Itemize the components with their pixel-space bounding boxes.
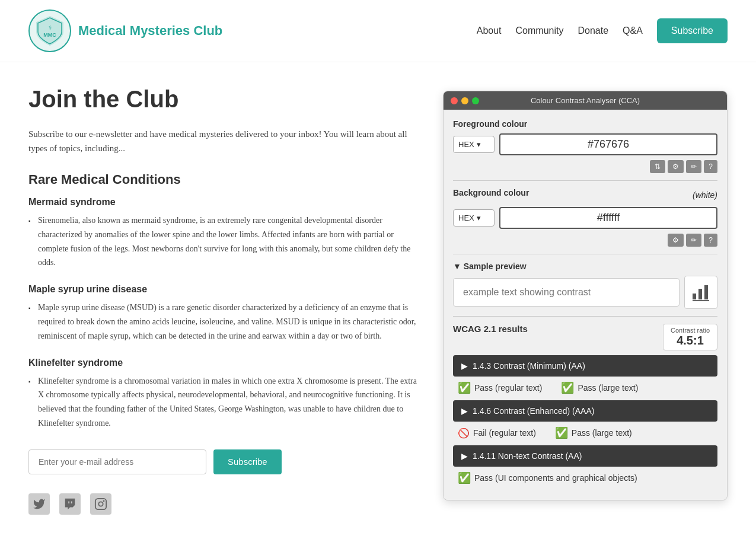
- bg-label-row: Background colour (white): [453, 188, 717, 202]
- bg-label: Background colour: [453, 188, 529, 197]
- divider-3: [453, 316, 717, 317]
- svg-rect-7: [704, 285, 708, 299]
- wcag-result-text-0-1: Pass (large text): [578, 383, 638, 393]
- wcag-accordion-label-1: 1.4.6 Contrast (Enhanced) (AAA): [473, 406, 594, 416]
- wcag-accordion-1[interactable]: ▶ 1.4.6 Contrast (Enhanced) (AAA): [453, 400, 717, 422]
- condition-klinefelter: Klinefelter syndrome Klinefelter syndrom…: [28, 358, 419, 430]
- contrast-ratio-value: 4.5:1: [671, 334, 710, 347]
- fg-swap-button[interactable]: ⇅: [650, 160, 665, 173]
- bg-colour-row: HEX ▾: [453, 207, 717, 229]
- subscribe-form: Subscribe: [28, 449, 419, 474]
- pass-icon-0-0: ✅: [458, 381, 471, 394]
- fg-settings-button[interactable]: ⚙: [668, 160, 684, 173]
- wcag-result-1-1: ✅ Pass (large text): [555, 426, 632, 439]
- divider-2: [453, 254, 717, 254]
- conditions-heading: Rare Medical Conditions: [28, 172, 419, 187]
- cca-panel: Colour Contrast Analyser (CCA) Foregroun…: [443, 91, 728, 500]
- bg-eyedropper-button[interactable]: ✏: [686, 234, 701, 247]
- sample-text: example text showing contrast: [453, 278, 680, 307]
- maximize-button[interactable]: [472, 97, 479, 104]
- main-content: Join the Club Subscribe to our e-newslet…: [0, 62, 756, 538]
- pass-icon-1-1: ✅: [555, 426, 568, 439]
- wcag-results-1: 🚫 Fail (regular text) ✅ Pass (large text…: [453, 426, 717, 439]
- svg-rect-5: [693, 294, 696, 299]
- nav-about[interactable]: About: [477, 25, 502, 36]
- pass-icon-2-0: ✅: [458, 471, 471, 484]
- sample-preview-label: ▼ Sample preview: [453, 261, 717, 271]
- contrast-ratio-label: Contrast ratio: [671, 327, 710, 334]
- bg-settings-button[interactable]: ⚙: [668, 234, 684, 247]
- condition-name-1: Maple syrup urine disease: [28, 284, 419, 295]
- bg-help-button[interactable]: ?: [704, 234, 717, 247]
- wcag-results-0: ✅ Pass (regular text) ✅ Pass (large text…: [453, 381, 717, 394]
- pass-icon-0-1: ✅: [561, 381, 574, 394]
- fg-tools: ⇅ ⚙ ✏ ?: [453, 160, 717, 173]
- divider-1: [453, 180, 717, 181]
- logo-area: ⚕ MMC Medical Mysteries Club: [28, 9, 222, 52]
- condition-desc-0: Sirenomelia, also known as mermaid syndr…: [28, 213, 419, 270]
- fg-eyedropper-button[interactable]: ✏: [686, 160, 701, 173]
- wcag-accordion-label-0: 1.4.3 Contrast (Minimum) (AA): [473, 361, 585, 371]
- wcag-accordion-label-2: 1.4.11 Non-text Contrast (AA): [473, 451, 582, 461]
- intro-text: Subscribe to our e-newsletter and have m…: [28, 127, 419, 155]
- nav-donate[interactable]: Donate: [578, 25, 608, 36]
- nav-qa[interactable]: Q&A: [623, 25, 643, 36]
- chart-icon: [691, 283, 710, 302]
- logo-svg: ⚕ MMC: [33, 14, 66, 47]
- page-heading: Join the Club: [28, 86, 419, 113]
- window-controls: [451, 97, 479, 104]
- wcag-result-text-2-0: Pass (UI components and graphical object…: [474, 473, 637, 483]
- twitch-icon[interactable]: [59, 493, 81, 515]
- fg-colour-row: HEX ▾: [453, 133, 717, 155]
- fg-format-select[interactable]: HEX ▾: [453, 136, 495, 153]
- minimize-button[interactable]: [461, 97, 468, 104]
- cca-titlebar: Colour Contrast Analyser (CCA): [444, 91, 727, 110]
- wcag-result-0-0: ✅ Pass (regular text): [458, 381, 542, 394]
- sample-preview-row: example text showing contrast: [453, 276, 717, 309]
- fg-hex-input[interactable]: [499, 133, 717, 155]
- condition-name-2: Klinefelter syndrome: [28, 358, 419, 368]
- nav-subscribe-button[interactable]: Subscribe: [657, 18, 728, 43]
- wcag-header-row: WCAG 2.1 results Contrast ratio 4.5:1: [453, 324, 717, 350]
- wcag-result-0-1: ✅ Pass (large text): [561, 381, 638, 394]
- condition-maple: Maple syrup urine disease Maple syrup ur…: [28, 284, 419, 343]
- condition-mermaid: Mermaid syndrome Sirenomelia, also known…: [28, 197, 419, 270]
- contrast-ratio-box: Contrast ratio 4.5:1: [663, 324, 717, 350]
- condition-desc-1: Maple syrup urine disease (MSUD) is a ra…: [28, 301, 419, 343]
- svg-rect-6: [698, 289, 702, 299]
- wcag-label: WCAG 2.1 results: [453, 324, 528, 334]
- bg-tools: ⚙ ✏ ?: [453, 234, 717, 247]
- wcag-accordion-0[interactable]: ▶ 1.4.3 Contrast (Minimum) (AA): [453, 355, 717, 377]
- instagram-icon[interactable]: [90, 493, 111, 515]
- fg-help-button[interactable]: ?: [704, 160, 717, 173]
- email-input[interactable]: [28, 449, 206, 474]
- cca-body: Foreground colour HEX ▾ ⇅ ⚙ ✏ ? Backgrou…: [444, 110, 727, 500]
- left-column: Join the Club Subscribe to our e-newslet…: [28, 86, 419, 515]
- bg-hex-input[interactable]: [499, 207, 717, 229]
- subscribe-button[interactable]: Subscribe: [213, 449, 282, 474]
- wcag-result-1-0: 🚫 Fail (regular text): [458, 426, 536, 439]
- svg-rect-2: [95, 499, 106, 509]
- site-title: Medical Mysteries Club: [78, 23, 222, 39]
- logo-image: ⚕ MMC: [28, 9, 71, 52]
- wcag-accordion-2[interactable]: ▶ 1.4.11 Non-text Contrast (AA): [453, 445, 717, 467]
- fg-label: Foreground colour: [453, 119, 717, 129]
- wcag-result-2-0: ✅ Pass (UI components and graphical obje…: [458, 471, 637, 484]
- svg-text:⚕: ⚕: [49, 24, 52, 31]
- twitter-icon[interactable]: [28, 493, 50, 515]
- chart-view-button[interactable]: [684, 276, 717, 309]
- bg-named-color: (white): [693, 190, 717, 200]
- social-icons: [28, 493, 419, 515]
- close-button[interactable]: [451, 97, 458, 104]
- navbar: ⚕ MMC Medical Mysteries Club About Commu…: [0, 0, 756, 62]
- nav-community[interactable]: Community: [516, 25, 564, 36]
- fail-icon-1-0: 🚫: [458, 428, 470, 439]
- condition-name-0: Mermaid syndrome: [28, 197, 419, 208]
- condition-desc-2: Klinefelter syndrome is a chromosomal va…: [28, 374, 419, 430]
- wcag-results-2: ✅ Pass (UI components and graphical obje…: [453, 471, 717, 484]
- nav-links: About Community Donate Q&A Subscribe: [477, 18, 728, 43]
- svg-text:MMC: MMC: [43, 32, 56, 38]
- wcag-result-text-0-0: Pass (regular text): [474, 383, 542, 393]
- wcag-result-text-1-0: Fail (regular text): [473, 428, 536, 438]
- bg-format-select[interactable]: HEX ▾: [453, 209, 495, 227]
